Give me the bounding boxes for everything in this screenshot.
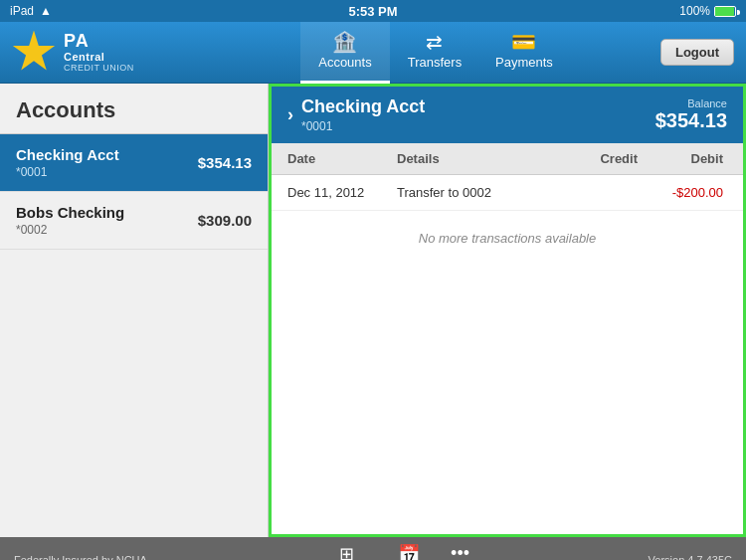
account-item-bobs[interactable]: Bobs Checking *0002 $309.00 › [0, 192, 268, 250]
accounts-icon: 🏦 [332, 32, 357, 52]
more-button[interactable]: ••• More [449, 543, 471, 560]
account-name-bobs: Bobs Checking [16, 204, 124, 221]
detail-balance-value: $354.13 [655, 109, 727, 132]
battery-percent: 100% [679, 4, 710, 18]
account-info-checking: Checking Acct *0001 [16, 146, 119, 179]
calendar-icon: 📅 [398, 543, 420, 561]
table-row: Dec 11, 2012 Transfer to 0002 -$200.00 [272, 175, 743, 211]
detail-header-left: › Checking Acct *0001 [287, 96, 425, 133]
detail-panel: › Checking Acct *0001 Balance $354.13 Da… [269, 84, 746, 537]
calculator-button[interactable]: ⊞ Calculator [324, 543, 369, 561]
account-info-bobs: Bobs Checking *0002 [16, 204, 124, 237]
tab-accounts[interactable]: 🏦 Accounts [300, 22, 390, 84]
account-item-checking[interactable]: Checking Acct *0001 $354.13 [0, 134, 268, 192]
table-header: Date Details Credit Debit [272, 143, 743, 175]
wifi-icon: ▲ [40, 4, 52, 18]
calendar-button[interactable]: 📅 Calendar [389, 543, 430, 561]
detail-account-name: Checking Acct [301, 96, 425, 117]
transactions-table: Date Details Credit Debit Dec 11, 2012 T… [272, 143, 743, 534]
col-header-credit: Credit [548, 151, 638, 166]
tab-payments-label: Payments [495, 55, 553, 70]
logo-central: Central [64, 51, 134, 63]
transfers-icon: ⇄ [426, 32, 443, 52]
status-bar: iPad ▲ 5:53 PM 100% [0, 0, 746, 22]
more-icon: ••• [451, 543, 469, 560]
account-number-bobs: *0002 [16, 223, 124, 237]
logo-cu: CREDIT UNION [64, 64, 134, 74]
sidebar: Accounts Checking Acct *0001 $354.13 Bob… [0, 84, 269, 537]
transaction-debit-0: -$200.00 [638, 185, 727, 200]
no-more-transactions: No more transactions available [272, 211, 743, 266]
logout-button[interactable]: Logout [660, 39, 734, 66]
payments-icon: 💳 [511, 32, 536, 52]
detail-title-block: Checking Acct *0001 [301, 96, 425, 133]
header: PA Central CREDIT UNION 🏦 Accounts ⇄ Tra… [0, 22, 746, 84]
footer-buttons: ⊞ Calculator 📅 Calendar ••• More [324, 543, 471, 561]
tab-transfers-label: Transfers [408, 55, 462, 70]
version-text: Version 4.7.435C [649, 554, 732, 560]
federally-insured-text: Federally Insured by NCUA [14, 554, 147, 560]
nav-tabs: 🏦 Accounts ⇄ Transfers 💳 Payments [209, 22, 660, 83]
tab-transfers[interactable]: ⇄ Transfers [390, 22, 479, 84]
footer: Federally Insured by NCUA ⊞ Calculator 📅… [0, 537, 746, 560]
tab-accounts-label: Accounts [318, 55, 371, 70]
sidebar-title: Accounts [0, 84, 268, 134]
detail-header: › Checking Acct *0001 Balance $354.13 [272, 87, 743, 143]
col-header-date: Date [287, 151, 397, 166]
transaction-details-0: Transfer to 0002 [397, 185, 548, 200]
account-name-checking: Checking Acct [16, 146, 119, 163]
detail-balance-block: Balance $354.13 [655, 97, 727, 132]
time-display: 5:53 PM [348, 4, 397, 19]
account-balance-checking: $354.13 [198, 154, 252, 171]
col-header-details: Details [397, 151, 548, 166]
logo-pa: PA [64, 32, 134, 52]
transaction-date-0: Dec 11, 2012 [287, 185, 397, 200]
detail-balance-label: Balance [655, 97, 727, 109]
main-content: Accounts Checking Acct *0001 $354.13 Bob… [0, 84, 746, 537]
logo-text: PA Central CREDIT UNION [64, 32, 134, 74]
battery-icon [714, 6, 736, 17]
account-number-checking: *0001 [16, 165, 119, 179]
device-label: iPad [10, 4, 34, 18]
calculator-icon: ⊞ [339, 543, 354, 561]
detail-expand-icon[interactable]: › [287, 104, 293, 125]
col-header-debit: Debit [638, 151, 727, 166]
logo-star-icon [12, 31, 56, 75]
account-balance-bobs: $309.00 [198, 212, 252, 229]
tab-payments[interactable]: 💳 Payments [479, 22, 569, 84]
logo-area: PA Central CREDIT UNION [0, 22, 209, 84]
detail-account-number: *0001 [301, 119, 425, 133]
